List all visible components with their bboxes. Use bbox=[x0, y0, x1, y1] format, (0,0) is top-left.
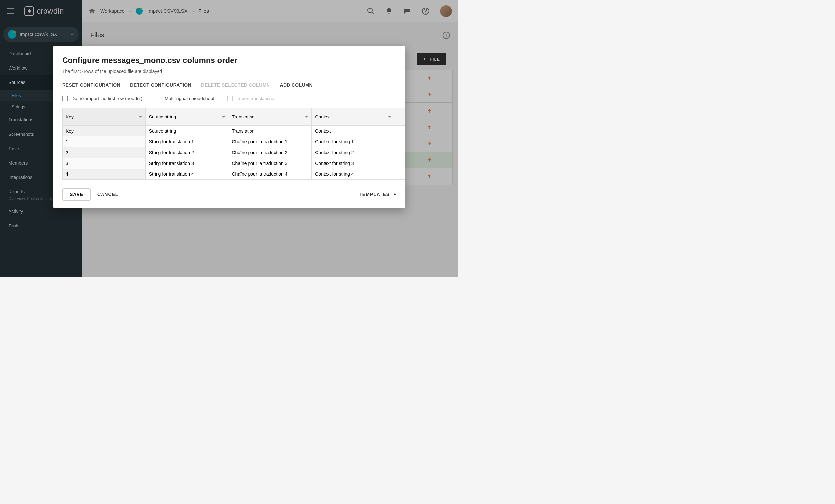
checkbox-label: Do not import the first row (header) bbox=[72, 96, 142, 101]
checkbox-skip-header[interactable]: Do not import the first row (header) bbox=[62, 96, 142, 102]
templates-button[interactable]: TEMPLATES bbox=[359, 192, 396, 197]
column-header-context[interactable]: Context bbox=[312, 108, 395, 126]
cancel-button[interactable]: CANCEL bbox=[97, 192, 118, 197]
column-header-label: Translation bbox=[232, 114, 255, 120]
cell: 1 bbox=[63, 136, 146, 147]
checkbox-icon bbox=[227, 96, 233, 102]
column-header-extra[interactable] bbox=[395, 108, 405, 126]
cell: 2 bbox=[63, 147, 146, 158]
checkbox-multilingual[interactable]: Multilingual spreadsheet bbox=[156, 96, 214, 102]
cell: 4 bbox=[63, 169, 146, 179]
cell: Source string bbox=[146, 126, 229, 136]
dialog-title: Configure messages_mono.csv columns orde… bbox=[62, 56, 396, 65]
cell: String for translation 3 bbox=[146, 158, 229, 169]
grid-row: Key Source string Translation Context bbox=[63, 126, 405, 136]
checkbox-label: Multilingual spreadsheet bbox=[165, 96, 214, 101]
cell: Context for string 1 bbox=[312, 136, 395, 147]
checkbox-icon bbox=[156, 96, 161, 102]
cell: String for translation 2 bbox=[146, 147, 229, 158]
dialog-subtitle: The first 5 rows of the uploaded file ar… bbox=[62, 69, 396, 74]
cell bbox=[395, 126, 405, 136]
dialog-footer: SAVE CANCEL TEMPLATES bbox=[53, 180, 405, 201]
cell: Context bbox=[312, 126, 395, 136]
delete-selected-column-button: DELETE SELECTED COLUMN bbox=[201, 82, 270, 88]
reset-configuration-button[interactable]: RESET CONFIGURATION bbox=[62, 82, 120, 88]
modal-overlay: Configure messages_mono.csv columns orde… bbox=[0, 0, 459, 277]
cell: Translation bbox=[229, 126, 312, 136]
checkbox-icon bbox=[62, 96, 68, 102]
column-header-source[interactable]: Source string bbox=[146, 108, 229, 126]
cell: Chaîne pour la traduction 3 bbox=[229, 158, 312, 169]
cell: Chaîne pour la traduction 4 bbox=[229, 169, 312, 179]
columns-preview-grid: Key Source string Translation Context Ke… bbox=[62, 108, 405, 180]
cell: Context for string 3 bbox=[312, 158, 395, 169]
cell: Chaîne pour la traduction 1 bbox=[229, 136, 312, 147]
cell: 3 bbox=[63, 158, 146, 169]
dropdown-icon[interactable] bbox=[305, 116, 308, 118]
column-header-label: Source string bbox=[149, 114, 176, 120]
dialog-actions: RESET CONFIGURATION DETECT CONFIGURATION… bbox=[62, 82, 396, 88]
dialog-checkboxes: Do not import the first row (header) Mul… bbox=[62, 96, 396, 102]
cell bbox=[395, 169, 405, 179]
grid-row: 2 String for translation 2 Chaîne pour l… bbox=[63, 147, 405, 158]
column-header-label: Context bbox=[315, 114, 331, 120]
grid-row: 1 String for translation 1 Chaîne pour l… bbox=[63, 136, 405, 147]
column-header-translation[interactable]: Translation bbox=[229, 108, 312, 126]
chevron-up-icon bbox=[393, 193, 396, 195]
dropdown-icon[interactable] bbox=[222, 116, 225, 118]
save-button[interactable]: SAVE bbox=[62, 188, 91, 201]
cell: String for translation 4 bbox=[146, 169, 229, 179]
cell bbox=[395, 147, 405, 158]
cell: Key bbox=[63, 126, 146, 136]
column-header-key[interactable]: Key bbox=[63, 108, 146, 126]
cell: Chaîne pour la traduction 2 bbox=[229, 147, 312, 158]
grid-header: Key Source string Translation Context bbox=[63, 108, 405, 126]
configure-columns-dialog: Configure messages_mono.csv columns orde… bbox=[53, 46, 405, 208]
templates-label: TEMPLATES bbox=[359, 192, 390, 197]
cell: Context for string 4 bbox=[312, 169, 395, 179]
cell bbox=[395, 158, 405, 169]
add-column-button[interactable]: ADD COLUMN bbox=[280, 82, 313, 88]
grid-row: 4 String for translation 4 Chaîne pour l… bbox=[63, 169, 405, 179]
cell bbox=[395, 136, 405, 147]
checkbox-import-translations: Import translations bbox=[227, 96, 274, 102]
cell: Context for string 2 bbox=[312, 147, 395, 158]
grid-row: 3 String for translation 3 Chaîne pour l… bbox=[63, 158, 405, 169]
dropdown-icon[interactable] bbox=[388, 116, 391, 118]
dropdown-icon[interactable] bbox=[139, 116, 142, 118]
checkbox-label: Import translations bbox=[237, 96, 274, 101]
cell: String for translation 1 bbox=[146, 136, 229, 147]
detect-configuration-button[interactable]: DETECT CONFIGURATION bbox=[130, 82, 191, 88]
column-header-label: Key bbox=[66, 114, 74, 120]
